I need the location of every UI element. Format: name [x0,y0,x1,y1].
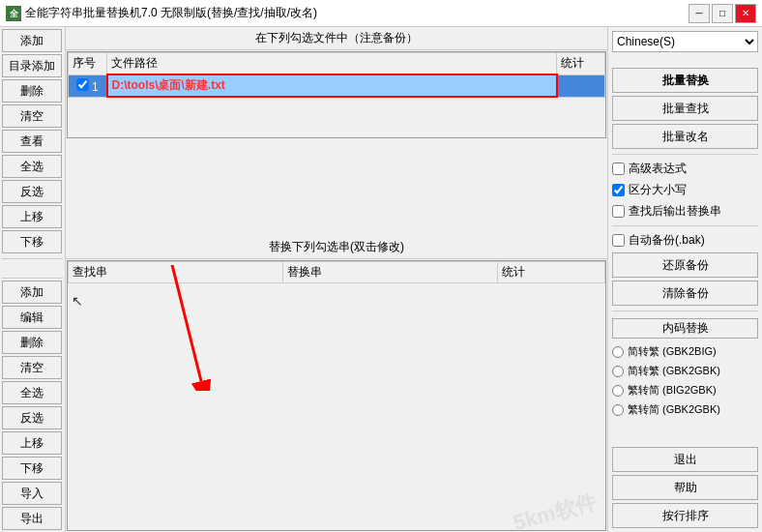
sort-by-row-button[interactable]: 按行排序 [612,503,758,528]
right-spacer [612,421,758,444]
right-panel: Chinese(S) Chinese(T) English 批量替换 批量查找 … [607,27,762,532]
file-table: 序号 文件路径 统计 1D:\tools\桌面\新建.txt [68,52,605,98]
radio-gbk2gbk-1[interactable] [612,366,624,377]
top-add-dir-button[interactable]: 目录添加 [2,54,62,77]
maximize-button[interactable]: □ [712,4,733,23]
top-view-button[interactable]: 查看 [2,130,62,153]
replace-table: 查找串 替换串 统计 [68,261,605,283]
bottom-edit-button[interactable]: 编辑 [2,306,62,329]
bottom-add-button[interactable]: 添加 [2,281,62,304]
case-sensitive-checkbox[interactable] [612,184,625,196]
col-find-header: 查找串 [69,262,283,283]
separator-3 [612,310,758,311]
file-stat-cell [557,74,605,97]
section-divider [2,258,63,278]
bottom-export-button[interactable]: 导出 [2,507,62,530]
advanced-expr-row: 高级表达式 [612,160,758,178]
output-replace-label: 查找后输出替换串 [629,203,721,220]
radio-big2gbk[interactable] [612,385,624,397]
exit-button[interactable]: 退出 [612,447,758,472]
top-move-down-button[interactable]: 下移 [2,230,62,253]
left-panel-bottom-buttons: 添加 编辑 删除 清空 全选 反选 上移 下移 导入 导出 [2,278,63,530]
output-replace-checkbox[interactable] [612,205,625,218]
top-clear-button[interactable]: 清空 [2,104,62,128]
radio-gbk2gbk-label1: 简转繁 (GBK2GBK) [628,364,720,378]
bottom-move-down-button[interactable]: 下移 [2,457,62,480]
file-seq: 1 [89,80,99,94]
close-button[interactable]: ✕ [735,4,756,23]
radio-big2gbk-row: 繁转简 (BIG2GBK) [612,382,758,399]
radio-gbk2gbk-row2: 繁转简 (GBK2GBK) [612,401,758,418]
title-bar: 全 全能字符串批量替换机7.0 无限制版(替换/查找/抽取/改名) ─ □ ✕ [0,0,762,27]
auto-backup-label: 自动备份(.bak) [629,232,705,249]
radio-gbk2big-label: 简转繁 (GBK2BIG) [628,344,717,359]
top-delete-button[interactable]: 删除 [2,79,62,103]
bottom-clear-button[interactable]: 清空 [2,356,62,379]
table-row[interactable]: 1D:\tools\桌面\新建.txt [69,74,605,97]
advanced-expr-checkbox[interactable] [612,163,625,175]
bottom-import-button[interactable]: 导入 [2,482,62,505]
main-container: 添加 目录添加 删除 清空 查看 全选 反选 上移 下移 添加 编辑 删除 清空… [0,27,762,532]
case-sensitive-label: 区分大小写 [629,182,687,198]
batch-rename-button[interactable]: 批量改名 [612,124,758,149]
language-select-row: Chinese(S) Chinese(T) English [612,31,758,52]
file-checkbox[interactable] [76,78,89,91]
advanced-expr-label: 高级表达式 [629,161,687,177]
top-section-header: 在下列勾选文件中（注意备份） [66,27,607,50]
bottom-delete-button[interactable]: 删除 [2,331,62,354]
radio-gbk2big[interactable] [612,346,624,358]
radio-big2gbk-label: 繁转简 (BIG2GBK) [628,383,717,398]
language-select[interactable]: Chinese(S) Chinese(T) English [612,31,758,52]
col-stat-header: 统计 [557,53,605,75]
separator-2 [612,225,758,226]
col-seq-header: 序号 [69,53,107,75]
left-panel-top-buttons: 添加 目录添加 删除 清空 查看 全选 反选 上移 下移 [2,29,63,258]
separator-1 [612,154,758,155]
radio-gbk2gbk-label2: 繁转简 (GBK2GBK) [628,402,720,417]
bottom-section-header: 替换下列勾选串(双击修改) [66,236,607,259]
top-move-up-button[interactable]: 上移 [2,205,62,228]
help-button[interactable]: 帮助 [612,475,758,500]
left-panel: 添加 目录添加 删除 清空 查看 全选 反选 上移 下移 添加 编辑 删除 清空… [0,27,66,532]
app-title: 全能字符串批量替换机7.0 无限制版(替换/查找/抽取/改名) [25,5,689,21]
bottom-invert-button[interactable]: 反选 [2,406,62,429]
radio-gbk2gbk-row1: 简转繁 (GBK2GBK) [612,363,758,379]
auto-backup-row: 自动备份(.bak) [612,231,758,250]
bottom-select-all-button[interactable]: 全选 [2,381,62,404]
col-stat-header2: 统计 [498,262,605,283]
file-table-container[interactable]: 序号 文件路径 统计 1D:\tools\桌面\新建.txt [67,51,606,138]
auto-backup-checkbox[interactable] [612,234,625,247]
top-select-all-button[interactable]: 全选 [2,155,62,178]
top-invert-button[interactable]: 反选 [2,180,62,203]
minimize-button[interactable]: ─ [689,4,710,23]
col-replace-header: 替换串 [283,262,498,283]
encoding-replace-label: 内码替换 [612,318,758,339]
restore-backup-button[interactable]: 还原备份 [612,252,758,278]
output-replace-row: 查找后输出替换串 [612,202,758,221]
radio-gbk2big-row: 简转繁 (GBK2BIG) [612,343,758,360]
file-path-cell: D:\tools\桌面\新建.txt [107,74,557,97]
replace-table-container[interactable]: 查找串 替换串 统计 [67,260,606,531]
col-path-header: 文件路径 [107,53,557,75]
center-panel: 在下列勾选文件中（注意备份） 序号 文件路径 统计 1D:\tools\桌面\新… [66,27,607,532]
app-icon: 全 [6,6,21,21]
bottom-move-up-button[interactable]: 上移 [2,431,62,455]
batch-find-button[interactable]: 批量查找 [612,96,758,121]
batch-replace-button[interactable]: 批量替换 [612,68,758,93]
clear-backup-button[interactable]: 清除备份 [612,281,758,306]
window-controls: ─ □ ✕ [689,4,756,23]
top-add-button[interactable]: 添加 [2,29,62,52]
radio-gbk2gbk-2[interactable] [612,404,624,416]
case-sensitive-row: 区分大小写 [612,181,758,199]
